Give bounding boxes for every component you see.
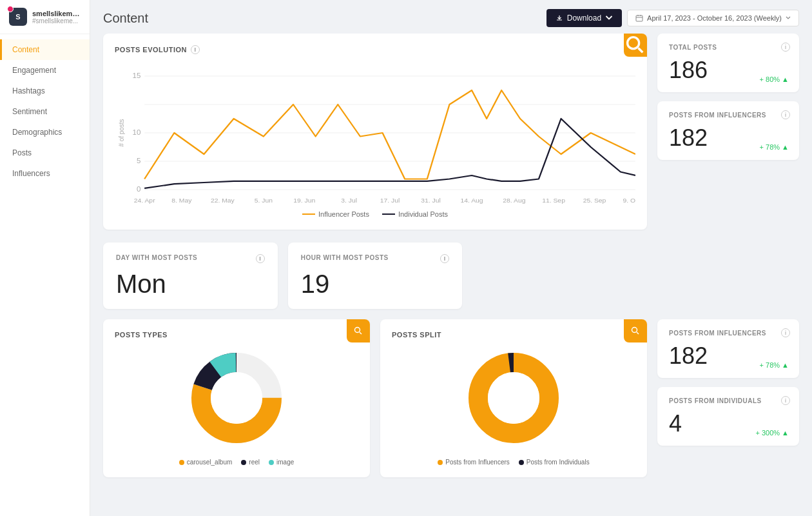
chart-legend: Influencer Posts Individual Posts [115,210,635,218]
total-posts-info-icon[interactable]: i [781,43,790,52]
svg-text:14. Aug: 14. Aug [460,197,483,204]
svg-point-26 [355,328,360,333]
legend-influencers-split-dot [438,460,443,465]
posts-split-search-icon [630,326,641,336]
sidebar-header: S smellslikeme... #smellslikeme... [0,0,90,34]
total-posts-label: TOTAL POSTS [669,44,788,51]
svg-text:11. Sep: 11. Sep [542,197,565,204]
middle-row: DAY WITH MOST POSTS i Mon HOUR WITH MOST… [103,243,799,309]
avatar-badge [7,6,14,12]
legend-reel-dot [241,460,246,465]
posts-influencers-bottom-change: + 78% ▲ [760,361,789,369]
download-button[interactable]: Download [546,9,622,27]
hour-most-posts-info-icon[interactable]: i [440,254,449,263]
posts-split-donut [392,346,635,450]
legend-individual-posts: Individual Posts [382,210,448,218]
legend-influencer-label: Influencer Posts [318,210,369,218]
total-posts-change-text: + 80% ▲ [760,75,789,83]
total-posts-change: + 80% ▲ [760,75,789,83]
main-scroll: POSTS EVOLUTION i [90,34,812,516]
posts-types-corner-icon [347,319,370,342]
posts-split-legend: Posts from Influencers Posts from Indivi… [392,459,635,466]
avatar: S [9,8,27,26]
calendar-icon [635,14,643,22]
day-most-posts-info-icon[interactable]: i [256,254,265,263]
sidebar-username: smellslikeme... [32,10,81,17]
svg-text:22. May: 22. May [211,197,235,204]
legend-line-orange [302,213,315,215]
hour-most-posts-label: HOUR WITH MOST POSTS [301,254,389,263]
avatar-initials: S [15,13,20,21]
legend-carousel: carousel_album [179,459,233,466]
legend-influencers-split-label: Posts from Influencers [445,459,509,466]
sidebar-item-engagement[interactable]: Engagement [0,60,90,81]
day-most-posts-value: Mon [116,270,265,299]
charts-row: POSTS TYPES [103,319,799,477]
posts-evolution-card: POSTS EVOLUTION i [103,34,647,230]
legend-influencers-split: Posts from Influencers [438,459,509,466]
svg-text:3. Jul: 3. Jul [341,197,357,204]
posts-types-search-icon [353,326,363,336]
day-with-most-posts-card: DAY WITH MOST POSTS i Mon [103,243,278,309]
posts-types-title: POSTS TYPES [115,331,358,339]
page-title: Content [103,11,148,26]
posts-split-title: POSTS SPLIT [392,331,635,339]
legend-carousel-dot [179,460,184,465]
svg-point-2 [628,37,639,49]
sidebar: S smellslikeme... #smellslikeme... Conte… [0,0,90,516]
svg-text:5. Jun: 5. Jun [255,197,273,204]
svg-text:9. Oct: 9. Oct [623,197,635,204]
legend-individuals-split-label: Posts from Individuals [527,459,590,466]
posts-influencers-top-info-icon[interactable]: i [781,110,790,119]
posts-influencers-bottom-card: i POSTS FROM INFLUENCERS 182 + 78% ▲ [657,319,799,378]
search-icon [624,34,647,57]
chart-area: 15 10 5 0 # of posts [115,62,635,204]
svg-point-32 [632,328,637,333]
sidebar-item-posts[interactable]: Posts [0,143,90,163]
posts-evolution-info-icon[interactable]: i [191,45,200,54]
legend-influencer-posts: Influencer Posts [302,210,369,218]
download-label: Download [567,14,601,23]
hour-with-most-posts-card: HOUR WITH MOST POSTS i 19 [288,243,463,309]
main-header: Content Download April 17, 2023 - Octobe… [90,0,812,34]
posts-individuals-label: POSTS FROM INDIVIDUALS [669,397,788,404]
sidebar-item-content[interactable]: Content [0,39,90,60]
legend-reel: reel [241,459,260,466]
date-range-label: April 17, 2023 - October 16, 2023 (Weekl… [647,14,782,22]
svg-text:0: 0 [137,186,140,194]
dropdown-chevron-icon [605,14,613,22]
posts-influencers-top-change: + 78% ▲ [760,143,789,151]
date-range-button[interactable]: April 17, 2023 - October 16, 2023 (Weekl… [627,10,799,26]
svg-text:24. Apr: 24. Apr [134,197,155,204]
posts-split-corner-icon [624,319,647,342]
legend-carousel-label: carousel_album [187,459,233,466]
posts-evolution-title: POSTS EVOLUTION i [115,45,635,54]
legend-image-label: image [276,459,294,466]
legend-image: image [269,459,294,466]
svg-text:# of posts: # of posts [118,119,125,147]
sidebar-item-influencers[interactable]: Influencers [0,163,90,184]
posts-individuals-change-text: + 300% ▲ [755,429,789,437]
posts-influencers-bottom-info-icon[interactable]: i [781,328,790,337]
posts-influencers-top-label: POSTS FROM INFLUENCERS [669,112,788,119]
posts-individuals-card: i POSTS FROM INDIVIDUALS 4 + 300% ▲ [657,387,799,446]
legend-individuals-split: Posts from Individuals [519,459,590,466]
header-actions: Download April 17, 2023 - October 16, 20… [546,9,799,27]
posts-types-title-text: POSTS TYPES [115,331,168,339]
date-range-chevron-icon [786,15,791,21]
svg-text:31. Jul: 31. Jul [421,197,441,204]
posts-split-title-text: POSTS SPLIT [392,331,441,339]
sidebar-item-demographics[interactable]: Demographics [0,122,90,143]
posts-from-influencers-top-card: i POSTS FROM INFLUENCERS 182 + 78% ▲ [657,101,799,160]
posts-influencers-top-change-text: + 78% ▲ [760,143,789,151]
day-most-posts-label: DAY WITH MOST POSTS [116,254,197,263]
svg-text:15: 15 [133,72,141,80]
posts-individuals-info-icon[interactable]: i [781,396,790,405]
sidebar-item-sentiment[interactable]: Sentiment [0,101,90,122]
posts-evolution-chart: POSTS EVOLUTION i [103,34,647,230]
bottom-stats-column: i POSTS FROM INFLUENCERS 182 + 78% ▲ i P… [657,319,799,477]
svg-text:25. Sep: 25. Sep [583,197,606,204]
svg-text:8. May: 8. May [171,197,192,204]
sidebar-item-hashtags[interactable]: Hashtags [0,81,90,101]
hour-most-posts-label-row: HOUR WITH MOST POSTS i [301,254,450,263]
